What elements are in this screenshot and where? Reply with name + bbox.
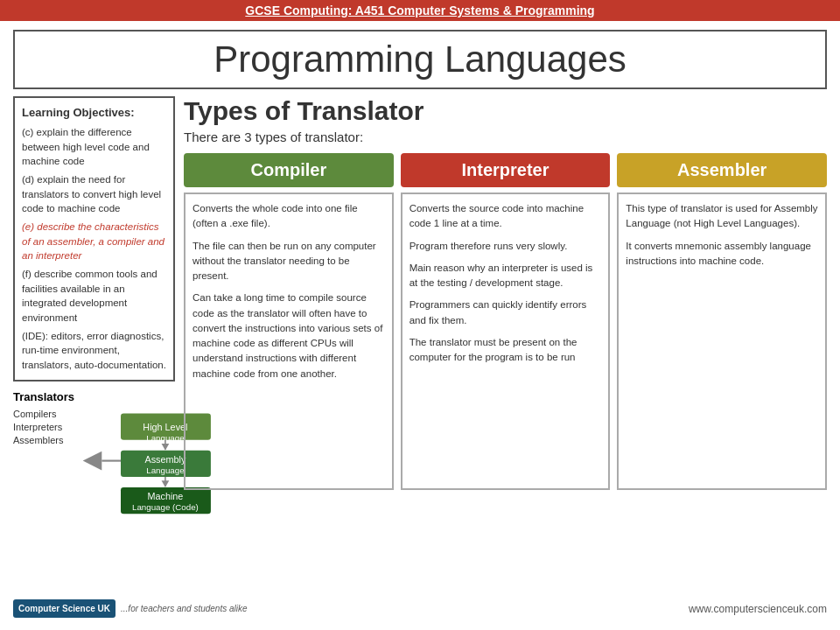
- obj-item-e: (e) describe the characteristics of an a…: [22, 220, 166, 263]
- header-bar: GCSE Computing: A451 Computer Systems & …: [0, 0, 840, 21]
- label-compilers: Compilers: [13, 409, 63, 419]
- translators-labels: Compilers Interpreters Assemblers: [13, 409, 63, 448]
- assembler-p2: It converts mnemonic assembly language i…: [626, 239, 818, 270]
- svg-text:Language: Language: [147, 465, 185, 474]
- compiler-column: Compiler Converts the whole code into on…: [184, 153, 394, 490]
- compiler-p2: The file can then be run on any computer…: [192, 239, 385, 284]
- objectives-box: Learning Objectives: (c) explain the dif…: [13, 96, 175, 382]
- footer-logo-line1: Computer Science UK: [18, 603, 110, 614]
- obj-item-d: (d) explain the need for translators to …: [22, 172, 166, 216]
- label-interpreters: Interpreters: [13, 422, 63, 432]
- assembler-header: Assembler: [617, 153, 827, 187]
- left-panel: Learning Objectives: (c) explain the dif…: [13, 96, 175, 591]
- page-title: Programming Languages: [24, 38, 816, 80]
- svg-text:Assembly: Assembly: [145, 453, 187, 464]
- translators-title: Translators: [13, 390, 175, 403]
- interpreter-body: Converts the source code into machine co…: [401, 192, 611, 490]
- assembler-p1: This type of translator is used for Asse…: [626, 201, 818, 232]
- translators-section: Translators Compilers Interpreters Assem…: [13, 390, 175, 526]
- compiler-body: Converts the whole code into one file (o…: [184, 192, 394, 490]
- header-title: GCSE Computing: A451 Computer Systems & …: [245, 4, 594, 18]
- title-box: Programming Languages: [13, 30, 827, 89]
- svg-text:Machine: Machine: [148, 491, 184, 501]
- interpreter-header: Interpreter: [401, 153, 611, 187]
- main-layout: Learning Objectives: (c) explain the dif…: [13, 96, 827, 591]
- interpreter-p1: Converts the source code into machine co…: [410, 201, 602, 232]
- types-title: Types of Translator: [184, 96, 827, 126]
- interpreter-p3: Main reason why an interpreter is used i…: [410, 261, 602, 291]
- obj-item-ide: (IDE): editors, error diagnostics, run-t…: [22, 329, 166, 373]
- footer-logo: Computer Science UK ...for teachers and …: [13, 599, 248, 618]
- svg-text:High Level: High Level: [144, 422, 188, 432]
- svg-marker-14: [162, 480, 170, 487]
- obj-item-c: (c) explain the difference between high …: [22, 125, 166, 169]
- obj-item-f: (f) describe common tools and facilities…: [22, 267, 166, 326]
- interpreter-p5: The translator must be present on the co…: [410, 335, 602, 366]
- assembler-body: This type of translator is used for Asse…: [617, 192, 827, 490]
- obj-highlight: (e) describe the characteristics of an a…: [22, 221, 164, 261]
- label-assemblers: Assemblers: [13, 435, 63, 445]
- interpreter-p2: Program therefore runs very slowly.: [410, 239, 602, 254]
- objectives-title: Learning Objectives:: [22, 105, 166, 122]
- assembler-column: Assembler This type of translator is use…: [617, 153, 827, 490]
- right-panel: Types of Translator There are 3 types of…: [184, 96, 827, 591]
- interpreter-column: Interpreter Converts the source code int…: [401, 153, 611, 490]
- svg-marker-12: [162, 444, 170, 451]
- types-subtitle: There are 3 types of translator:: [184, 130, 827, 144]
- svg-marker-0: [83, 451, 102, 470]
- footer-logo-box: Computer Science UK: [13, 599, 116, 618]
- compiler-p1: Converts the whole code into one file (o…: [192, 201, 385, 232]
- footer: Computer Science UK ...for teachers and …: [0, 594, 840, 621]
- columns-container: Compiler Converts the whole code into on…: [184, 153, 827, 490]
- interpreter-p4: Programmers can quickly identify errors …: [410, 298, 602, 328]
- footer-url: www.computerscienceuk.com: [689, 603, 827, 615]
- compiler-p3: Can take a long time to compile source c…: [192, 290, 385, 382]
- compiler-header: Compiler: [184, 153, 394, 187]
- footer-logo-tagline: ...for teachers and students alike: [121, 604, 248, 613]
